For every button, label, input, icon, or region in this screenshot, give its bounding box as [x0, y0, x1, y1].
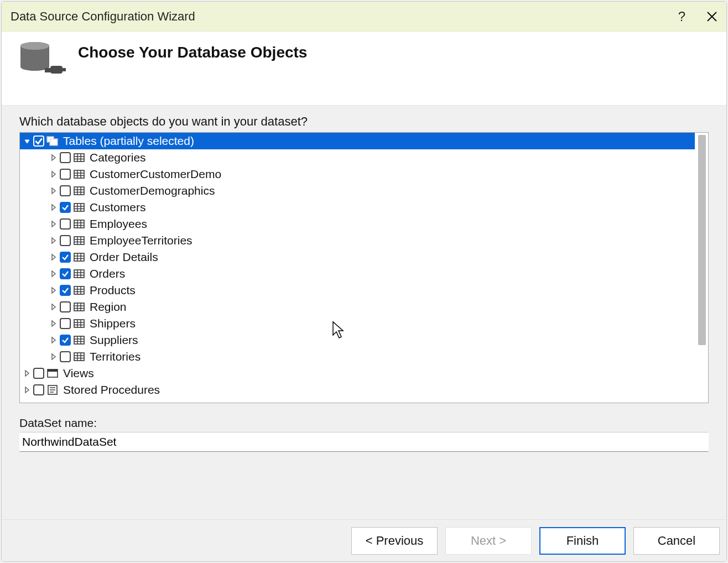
tree-node-table-categories[interactable]: Categories: [20, 149, 695, 166]
tree-item-label: Products: [90, 284, 136, 297]
svg-rect-28: [74, 204, 84, 211]
help-button[interactable]: ?: [678, 9, 685, 24]
database-icon: [17, 40, 67, 82]
chevron-right-icon[interactable]: [23, 386, 31, 394]
chevron-right-icon[interactable]: [50, 170, 58, 178]
tree-item-label: EmployeeTerritories: [90, 234, 193, 247]
chevron-right-icon[interactable]: [50, 303, 58, 311]
tree-node-table-employees[interactable]: Employees: [20, 216, 695, 232]
table-icon: [73, 235, 85, 246]
svg-rect-73: [74, 353, 84, 361]
tree-node-table-products[interactable]: Products: [20, 282, 695, 299]
table-icon: [73, 202, 85, 213]
footer: < Previous Next > Finish Cancel: [2, 519, 726, 561]
tree-item-label: Suppliers: [90, 333, 138, 347]
chevron-right-icon[interactable]: [50, 187, 58, 195]
checkbox[interactable]: [60, 169, 71, 180]
checkbox[interactable]: [60, 318, 71, 329]
svg-rect-43: [74, 253, 84, 261]
finish-button[interactable]: Finish: [539, 527, 626, 555]
svg-rect-38: [74, 237, 84, 244]
checkbox[interactable]: [60, 252, 71, 263]
tree-node-table-customers[interactable]: Customers: [20, 199, 695, 216]
tree-item-label: Categories: [90, 151, 146, 164]
table-icon: [73, 318, 85, 329]
close-button[interactable]: [706, 11, 717, 22]
tree-node-table-employeeterritories[interactable]: EmployeeTerritories: [20, 232, 695, 249]
svg-rect-79: [48, 369, 58, 372]
object-tree[interactable]: Tables (partially selected)CategoriesCus…: [19, 132, 709, 403]
svg-rect-4: [45, 68, 50, 72]
dataset-name-input[interactable]: [19, 432, 709, 452]
tables-group-icon: [46, 135, 59, 147]
checkbox[interactable]: [60, 351, 71, 362]
table-icon: [73, 185, 85, 196]
chevron-right-icon[interactable]: [50, 336, 58, 344]
checkbox[interactable]: [60, 335, 71, 346]
checkbox[interactable]: [60, 235, 71, 246]
heading-area: Choose Your Database Objects: [2, 32, 726, 106]
tree-node-table-shippers[interactable]: Shippers: [20, 315, 695, 332]
table-icon: [73, 285, 85, 296]
tree-node-table-order-details[interactable]: Order Details: [20, 249, 695, 265]
checkbox[interactable]: [60, 301, 71, 312]
stored-procedures-group-icon: [46, 384, 59, 395]
chevron-right-icon[interactable]: [50, 253, 58, 261]
tree-item-label: Territories: [90, 350, 141, 363]
checkbox[interactable]: [60, 268, 71, 279]
checkbox[interactable]: [33, 368, 44, 379]
checkbox[interactable]: [33, 135, 44, 147]
tree-node-table-customercustomerdemo[interactable]: CustomerCustomerDemo: [20, 166, 695, 183]
scrollbar-thumb[interactable]: [698, 135, 706, 345]
tree-node-stored-procedures[interactable]: Stored Procedures: [20, 382, 695, 398]
tree-item-label: CustomerDemographics: [90, 184, 215, 197]
checkbox[interactable]: [60, 202, 71, 213]
tree-node-table-territories[interactable]: Territories: [20, 348, 695, 365]
wizard-window: Data Source Configuration Wizard ? Choos…: [1, 1, 727, 562]
tree-item-label: Customers: [90, 201, 146, 214]
svg-rect-68: [74, 336, 84, 344]
tree-item-label: Orders: [90, 267, 125, 280]
checkbox[interactable]: [60, 185, 71, 196]
checkbox[interactable]: [60, 152, 71, 163]
table-icon: [73, 301, 85, 312]
chevron-right-icon[interactable]: [50, 320, 58, 327]
tree-node-views[interactable]: Views: [20, 365, 695, 382]
window-title: Data Source Configuration Wizard: [11, 9, 678, 24]
tree-node-table-orders[interactable]: Orders: [20, 265, 695, 282]
tree-node-table-customerdemographics[interactable]: CustomerDemographics: [20, 183, 695, 199]
titlebar-buttons: ?: [678, 9, 717, 24]
chevron-right-icon[interactable]: [50, 353, 58, 361]
table-icon: [73, 169, 85, 180]
tree-node-tables[interactable]: Tables (partially selected): [20, 133, 695, 149]
chevron-down-icon[interactable]: [23, 137, 31, 145]
chevron-right-icon[interactable]: [50, 270, 58, 278]
chevron-right-icon[interactable]: [23, 369, 31, 377]
checkbox[interactable]: [60, 218, 71, 230]
cancel-button[interactable]: Cancel: [633, 527, 720, 555]
chevron-right-icon[interactable]: [50, 220, 58, 228]
tree-item-label: Region: [90, 300, 127, 314]
scrollbar[interactable]: [697, 134, 707, 402]
checkbox[interactable]: [33, 384, 44, 395]
svg-rect-58: [74, 303, 84, 311]
tree-item-label: Views: [63, 367, 94, 380]
checkbox[interactable]: [60, 285, 71, 296]
tree-node-table-suppliers[interactable]: Suppliers: [20, 332, 695, 348]
previous-button[interactable]: < Previous: [351, 527, 438, 555]
tree-item-label: CustomerCustomerDemo: [90, 168, 221, 181]
chevron-right-icon[interactable]: [50, 154, 58, 161]
svg-point-3: [20, 42, 49, 50]
chevron-right-icon[interactable]: [50, 237, 58, 244]
svg-rect-18: [74, 170, 84, 178]
page-heading: Choose Your Database Objects: [78, 44, 307, 61]
tree-node-table-region[interactable]: Region: [20, 299, 695, 315]
chevron-right-icon[interactable]: [50, 286, 58, 294]
prompt-text: Which database objects do you want in yo…: [19, 114, 709, 129]
table-icon: [73, 335, 85, 346]
tree-item-label: Shippers: [90, 317, 136, 330]
tree-item-label: Tables (partially selected): [63, 134, 194, 148]
chevron-right-icon[interactable]: [50, 204, 58, 211]
body: Which database objects do you want in yo…: [2, 106, 726, 519]
dataset-name-label: DataSet name:: [19, 416, 709, 430]
